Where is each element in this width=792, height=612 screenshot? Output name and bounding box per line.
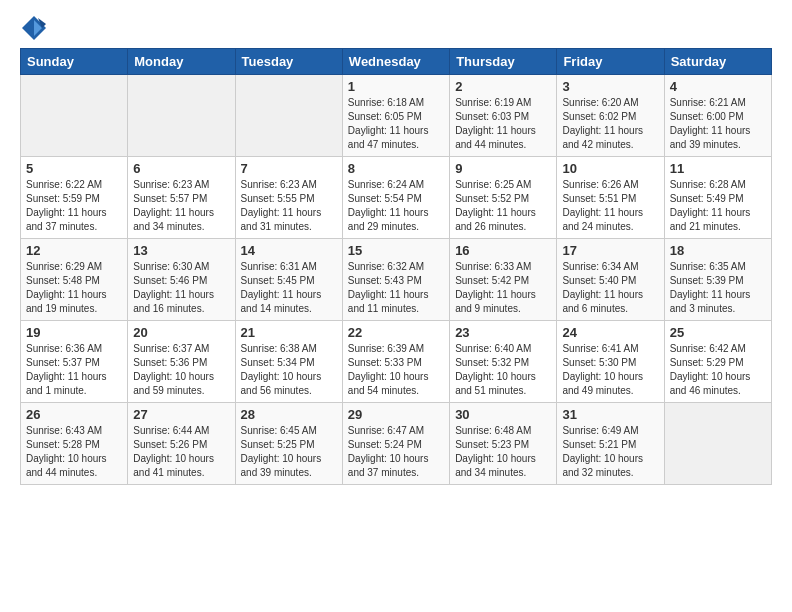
day-number: 19 bbox=[26, 325, 122, 340]
day-number: 21 bbox=[241, 325, 337, 340]
day-info: Sunrise: 6:19 AM Sunset: 6:03 PM Dayligh… bbox=[455, 96, 551, 152]
day-info: Sunrise: 6:47 AM Sunset: 5:24 PM Dayligh… bbox=[348, 424, 444, 480]
calendar-cell: 30Sunrise: 6:48 AM Sunset: 5:23 PM Dayli… bbox=[450, 403, 557, 485]
calendar-week-4: 19Sunrise: 6:36 AM Sunset: 5:37 PM Dayli… bbox=[21, 321, 772, 403]
day-number: 8 bbox=[348, 161, 444, 176]
weekday-header-tuesday: Tuesday bbox=[235, 49, 342, 75]
calendar-cell: 31Sunrise: 6:49 AM Sunset: 5:21 PM Dayli… bbox=[557, 403, 664, 485]
calendar-cell: 29Sunrise: 6:47 AM Sunset: 5:24 PM Dayli… bbox=[342, 403, 449, 485]
day-number: 16 bbox=[455, 243, 551, 258]
day-number: 30 bbox=[455, 407, 551, 422]
day-info: Sunrise: 6:20 AM Sunset: 6:02 PM Dayligh… bbox=[562, 96, 658, 152]
calendar-cell: 8Sunrise: 6:24 AM Sunset: 5:54 PM Daylig… bbox=[342, 157, 449, 239]
day-info: Sunrise: 6:25 AM Sunset: 5:52 PM Dayligh… bbox=[455, 178, 551, 234]
weekday-header-row: SundayMondayTuesdayWednesdayThursdayFrid… bbox=[21, 49, 772, 75]
calendar-cell: 28Sunrise: 6:45 AM Sunset: 5:25 PM Dayli… bbox=[235, 403, 342, 485]
calendar-cell: 25Sunrise: 6:42 AM Sunset: 5:29 PM Dayli… bbox=[664, 321, 771, 403]
day-info: Sunrise: 6:38 AM Sunset: 5:34 PM Dayligh… bbox=[241, 342, 337, 398]
calendar-cell: 2Sunrise: 6:19 AM Sunset: 6:03 PM Daylig… bbox=[450, 75, 557, 157]
calendar-cell bbox=[664, 403, 771, 485]
calendar-week-2: 5Sunrise: 6:22 AM Sunset: 5:59 PM Daylig… bbox=[21, 157, 772, 239]
day-number: 31 bbox=[562, 407, 658, 422]
calendar-table: SundayMondayTuesdayWednesdayThursdayFrid… bbox=[20, 48, 772, 485]
weekday-header-thursday: Thursday bbox=[450, 49, 557, 75]
calendar-cell: 9Sunrise: 6:25 AM Sunset: 5:52 PM Daylig… bbox=[450, 157, 557, 239]
day-number: 14 bbox=[241, 243, 337, 258]
day-info: Sunrise: 6:40 AM Sunset: 5:32 PM Dayligh… bbox=[455, 342, 551, 398]
day-number: 22 bbox=[348, 325, 444, 340]
day-info: Sunrise: 6:35 AM Sunset: 5:39 PM Dayligh… bbox=[670, 260, 766, 316]
calendar-cell: 27Sunrise: 6:44 AM Sunset: 5:26 PM Dayli… bbox=[128, 403, 235, 485]
calendar-cell: 19Sunrise: 6:36 AM Sunset: 5:37 PM Dayli… bbox=[21, 321, 128, 403]
day-number: 3 bbox=[562, 79, 658, 94]
calendar-cell: 10Sunrise: 6:26 AM Sunset: 5:51 PM Dayli… bbox=[557, 157, 664, 239]
day-info: Sunrise: 6:33 AM Sunset: 5:42 PM Dayligh… bbox=[455, 260, 551, 316]
weekday-header-friday: Friday bbox=[557, 49, 664, 75]
calendar-cell: 18Sunrise: 6:35 AM Sunset: 5:39 PM Dayli… bbox=[664, 239, 771, 321]
calendar-cell: 15Sunrise: 6:32 AM Sunset: 5:43 PM Dayli… bbox=[342, 239, 449, 321]
day-info: Sunrise: 6:24 AM Sunset: 5:54 PM Dayligh… bbox=[348, 178, 444, 234]
calendar-cell: 21Sunrise: 6:38 AM Sunset: 5:34 PM Dayli… bbox=[235, 321, 342, 403]
logo-icon bbox=[20, 14, 48, 42]
day-number: 27 bbox=[133, 407, 229, 422]
day-info: Sunrise: 6:43 AM Sunset: 5:28 PM Dayligh… bbox=[26, 424, 122, 480]
day-info: Sunrise: 6:45 AM Sunset: 5:25 PM Dayligh… bbox=[241, 424, 337, 480]
day-number: 9 bbox=[455, 161, 551, 176]
day-info: Sunrise: 6:23 AM Sunset: 5:57 PM Dayligh… bbox=[133, 178, 229, 234]
calendar-cell: 5Sunrise: 6:22 AM Sunset: 5:59 PM Daylig… bbox=[21, 157, 128, 239]
calendar-cell: 26Sunrise: 6:43 AM Sunset: 5:28 PM Dayli… bbox=[21, 403, 128, 485]
day-info: Sunrise: 6:30 AM Sunset: 5:46 PM Dayligh… bbox=[133, 260, 229, 316]
day-info: Sunrise: 6:44 AM Sunset: 5:26 PM Dayligh… bbox=[133, 424, 229, 480]
calendar-cell: 7Sunrise: 6:23 AM Sunset: 5:55 PM Daylig… bbox=[235, 157, 342, 239]
calendar-cell: 4Sunrise: 6:21 AM Sunset: 6:00 PM Daylig… bbox=[664, 75, 771, 157]
day-number: 6 bbox=[133, 161, 229, 176]
calendar-cell: 22Sunrise: 6:39 AM Sunset: 5:33 PM Dayli… bbox=[342, 321, 449, 403]
day-info: Sunrise: 6:48 AM Sunset: 5:23 PM Dayligh… bbox=[455, 424, 551, 480]
calendar-cell: 24Sunrise: 6:41 AM Sunset: 5:30 PM Dayli… bbox=[557, 321, 664, 403]
calendar-cell: 20Sunrise: 6:37 AM Sunset: 5:36 PM Dayli… bbox=[128, 321, 235, 403]
calendar-cell: 23Sunrise: 6:40 AM Sunset: 5:32 PM Dayli… bbox=[450, 321, 557, 403]
calendar-week-5: 26Sunrise: 6:43 AM Sunset: 5:28 PM Dayli… bbox=[21, 403, 772, 485]
day-number: 10 bbox=[562, 161, 658, 176]
day-info: Sunrise: 6:39 AM Sunset: 5:33 PM Dayligh… bbox=[348, 342, 444, 398]
day-info: Sunrise: 6:21 AM Sunset: 6:00 PM Dayligh… bbox=[670, 96, 766, 152]
weekday-header-sunday: Sunday bbox=[21, 49, 128, 75]
day-number: 17 bbox=[562, 243, 658, 258]
day-number: 11 bbox=[670, 161, 766, 176]
day-info: Sunrise: 6:49 AM Sunset: 5:21 PM Dayligh… bbox=[562, 424, 658, 480]
day-info: Sunrise: 6:29 AM Sunset: 5:48 PM Dayligh… bbox=[26, 260, 122, 316]
day-info: Sunrise: 6:32 AM Sunset: 5:43 PM Dayligh… bbox=[348, 260, 444, 316]
page: SundayMondayTuesdayWednesdayThursdayFrid… bbox=[0, 0, 792, 612]
header bbox=[20, 10, 772, 42]
day-info: Sunrise: 6:42 AM Sunset: 5:29 PM Dayligh… bbox=[670, 342, 766, 398]
day-number: 15 bbox=[348, 243, 444, 258]
calendar-cell: 1Sunrise: 6:18 AM Sunset: 6:05 PM Daylig… bbox=[342, 75, 449, 157]
calendar-cell: 11Sunrise: 6:28 AM Sunset: 5:49 PM Dayli… bbox=[664, 157, 771, 239]
day-info: Sunrise: 6:34 AM Sunset: 5:40 PM Dayligh… bbox=[562, 260, 658, 316]
day-number: 26 bbox=[26, 407, 122, 422]
day-number: 25 bbox=[670, 325, 766, 340]
calendar-cell: 14Sunrise: 6:31 AM Sunset: 5:45 PM Dayli… bbox=[235, 239, 342, 321]
day-info: Sunrise: 6:26 AM Sunset: 5:51 PM Dayligh… bbox=[562, 178, 658, 234]
calendar-week-1: 1Sunrise: 6:18 AM Sunset: 6:05 PM Daylig… bbox=[21, 75, 772, 157]
day-number: 18 bbox=[670, 243, 766, 258]
day-info: Sunrise: 6:18 AM Sunset: 6:05 PM Dayligh… bbox=[348, 96, 444, 152]
day-info: Sunrise: 6:31 AM Sunset: 5:45 PM Dayligh… bbox=[241, 260, 337, 316]
day-info: Sunrise: 6:28 AM Sunset: 5:49 PM Dayligh… bbox=[670, 178, 766, 234]
day-info: Sunrise: 6:23 AM Sunset: 5:55 PM Dayligh… bbox=[241, 178, 337, 234]
logo bbox=[20, 14, 52, 42]
weekday-header-saturday: Saturday bbox=[664, 49, 771, 75]
day-number: 13 bbox=[133, 243, 229, 258]
calendar-cell: 16Sunrise: 6:33 AM Sunset: 5:42 PM Dayli… bbox=[450, 239, 557, 321]
calendar-cell bbox=[235, 75, 342, 157]
day-number: 1 bbox=[348, 79, 444, 94]
day-number: 20 bbox=[133, 325, 229, 340]
day-info: Sunrise: 6:22 AM Sunset: 5:59 PM Dayligh… bbox=[26, 178, 122, 234]
calendar-cell: 17Sunrise: 6:34 AM Sunset: 5:40 PM Dayli… bbox=[557, 239, 664, 321]
calendar-cell: 12Sunrise: 6:29 AM Sunset: 5:48 PM Dayli… bbox=[21, 239, 128, 321]
day-number: 5 bbox=[26, 161, 122, 176]
calendar-cell bbox=[21, 75, 128, 157]
weekday-header-monday: Monday bbox=[128, 49, 235, 75]
day-number: 12 bbox=[26, 243, 122, 258]
day-info: Sunrise: 6:36 AM Sunset: 5:37 PM Dayligh… bbox=[26, 342, 122, 398]
